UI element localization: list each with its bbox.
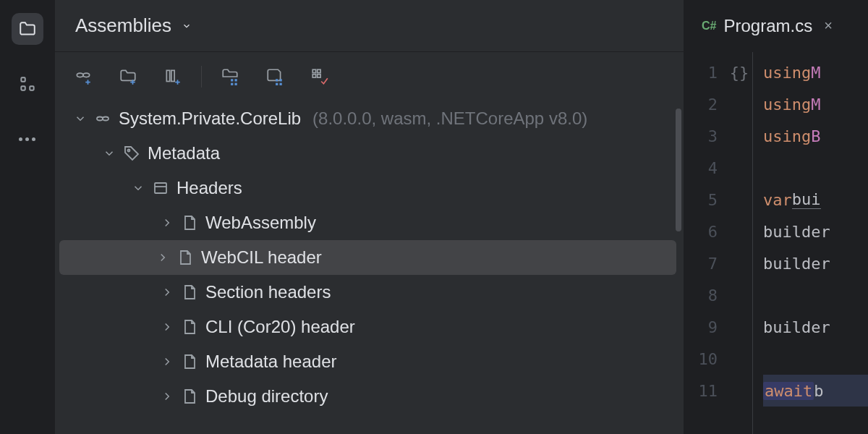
code-area[interactable]: 1234567891011 {} using Musing Musing Bva…	[684, 52, 868, 434]
svg-rect-1	[21, 86, 25, 90]
svg-rect-20	[280, 83, 282, 85]
page-icon	[181, 214, 198, 231]
code-token: bui	[792, 190, 821, 209]
svg-rect-15	[231, 83, 233, 85]
fold-marker	[726, 247, 752, 279]
scrollbar-thumb[interactable]	[676, 109, 681, 231]
line-number: 11	[684, 375, 718, 407]
chevron-down-icon	[132, 182, 145, 195]
line-number-gutter: 1234567891011	[684, 52, 726, 434]
code-line[interactable]	[763, 152, 868, 184]
filter-button[interactable]	[307, 64, 332, 89]
page-icon	[181, 388, 198, 405]
code-line[interactable]: var bui	[763, 184, 868, 216]
chevron-down-icon	[182, 21, 192, 31]
line-number: 2	[684, 88, 718, 120]
chevron-right-icon	[161, 286, 174, 299]
svg-rect-18	[280, 79, 282, 81]
code-line[interactable]: using M	[763, 56, 868, 88]
add-folder-button[interactable]	[116, 64, 140, 89]
disk-grid-icon	[265, 67, 284, 86]
code-line[interactable]: using B	[763, 120, 868, 152]
fold-marker	[726, 184, 752, 216]
code-line[interactable]: await b	[763, 375, 868, 407]
line-number: 5	[684, 184, 718, 216]
tree-node-headers[interactable]: Headers	[55, 171, 684, 205]
tab-filename: Program.cs	[723, 16, 812, 36]
fold-marker	[726, 120, 752, 152]
svg-rect-10	[171, 70, 174, 81]
tree-node-webcil-header[interactable]: WebCIL header	[59, 240, 676, 275]
tree-node-cli-cor20-header[interactable]: CLI (Cor20) header	[55, 310, 684, 344]
filter-check-icon	[310, 67, 329, 86]
group-by-disk-button[interactable]	[263, 64, 287, 89]
assembly-tree[interactable]: System.Private.CoreLib (8.0.0.0, wasm, .…	[55, 101, 684, 434]
code-token: using	[763, 64, 811, 82]
svg-point-3	[77, 73, 83, 77]
tree-node-metadata[interactable]: Metadata	[55, 136, 684, 171]
code-token: builder	[763, 318, 830, 336]
panel-title: Assemblies	[75, 14, 171, 37]
fold-marker[interactable]: {}	[726, 56, 752, 88]
code-line[interactable]: builder	[763, 216, 868, 247]
fold-marker	[726, 279, 752, 311]
line-number: 3	[684, 120, 718, 152]
tree-node-label: Section headers	[205, 280, 331, 305]
line-number: 10	[684, 343, 718, 375]
code-line[interactable]: builder	[763, 311, 868, 343]
code-token: builder	[763, 255, 830, 273]
assemblies-panel: Assemblies	[55, 0, 684, 434]
tree-node-debug-directory[interactable]: Debug directory	[55, 379, 684, 414]
fold-gutter[interactable]: {}	[726, 52, 752, 434]
page-icon	[181, 353, 198, 370]
fold-marker	[726, 152, 752, 184]
tree-node-section-headers[interactable]: Section headers	[55, 275, 684, 310]
page-icon	[181, 284, 198, 301]
svg-rect-16	[235, 83, 237, 85]
code-token: using	[763, 127, 811, 145]
chevron-right-icon	[161, 390, 174, 403]
tree-node-webassembly[interactable]: WebAssembly	[55, 205, 684, 240]
line-number: 9	[684, 311, 718, 343]
tree-node-hint: (8.0.0.0, wasm, .NETCoreApp v8.0)	[312, 106, 587, 131]
folder-grid-icon	[221, 67, 239, 86]
code-line[interactable]: using M	[763, 88, 868, 120]
svg-rect-9	[166, 70, 169, 81]
close-icon[interactable]: ×	[824, 17, 833, 34]
chevron-right-icon	[156, 251, 169, 264]
tree-node-metadata-header[interactable]: Metadata header	[55, 344, 684, 379]
panel-header[interactable]: Assemblies	[55, 0, 684, 52]
page-icon	[176, 249, 194, 266]
tree-node-label: CLI (Cor20) header	[205, 315, 355, 339]
code-line[interactable]	[763, 279, 868, 311]
editor-pane: C# Program.cs × 1234567891011 {} using M…	[684, 0, 868, 434]
structure-icon	[18, 75, 37, 93]
activity-bar	[0, 0, 55, 434]
code-lines[interactable]: using Musing Musing Bvar buibuilderbuild…	[752, 52, 868, 434]
toolbar-separator	[201, 66, 202, 88]
svg-rect-14	[235, 79, 237, 81]
svg-rect-2	[30, 86, 33, 90]
tree-node-label: WebAssembly	[205, 210, 316, 235]
fold-marker	[726, 343, 752, 375]
editor-tab-program[interactable]: C# Program.cs ×	[694, 0, 840, 51]
code-line[interactable]	[763, 343, 868, 375]
tree-node-assembly[interactable]: System.Private.CoreLib (8.0.0.0, wasm, .…	[55, 101, 684, 136]
activity-item-explorer[interactable]	[12, 13, 43, 45]
chevron-right-icon	[161, 320, 174, 333]
tree-node-label: Metadata	[148, 141, 220, 166]
code-token: using	[763, 95, 811, 114]
group-by-folder-button[interactable]	[218, 64, 242, 89]
fold-marker	[726, 216, 752, 247]
code-token: M	[811, 95, 820, 114]
add-library-button[interactable]	[161, 64, 185, 89]
add-reference-button[interactable]	[71, 64, 95, 89]
activity-item-structure[interactable]	[12, 68, 43, 100]
page-icon	[181, 318, 198, 336]
code-line[interactable]: builder	[763, 247, 868, 279]
chevron-down-icon	[103, 147, 116, 160]
fold-marker	[726, 88, 752, 120]
line-number: 8	[684, 279, 718, 311]
tree-node-label: WebCIL header	[201, 245, 322, 270]
activity-item-more[interactable]	[12, 123, 43, 155]
